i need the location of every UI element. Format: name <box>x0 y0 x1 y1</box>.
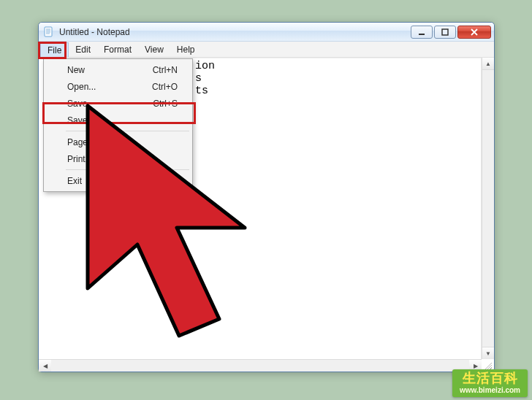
menu-view-label: View <box>145 45 164 55</box>
menu-file-label: File <box>48 45 61 55</box>
menu-item-shortcut: Ctrl+S <box>153 99 178 109</box>
menu-item-label: Exit <box>67 176 82 186</box>
svg-rect-5 <box>419 34 425 35</box>
editor-text-fragment: s <box>195 72 202 85</box>
menu-item-save[interactable]: Save Ctrl+S <box>45 95 191 112</box>
menu-separator <box>66 131 189 131</box>
watermark-badge: 生活百科 www.bimeizi.com <box>452 369 528 397</box>
maximize-button[interactable] <box>434 26 456 39</box>
menu-item-print[interactable]: Print... <box>45 150 191 167</box>
menu-item-label: Save As... <box>67 115 107 126</box>
scroll-left-arrow-icon[interactable]: ◀ <box>39 360 51 372</box>
editor-text-fragment: ion <box>195 60 215 72</box>
vertical-scrollbar[interactable]: ▲ ▼ <box>482 58 494 359</box>
menu-item-label: Open... <box>67 82 96 92</box>
menu-help[interactable]: Help <box>170 42 202 57</box>
menu-item-page-setup[interactable]: Page Setup... <box>45 134 191 150</box>
minimize-button[interactable] <box>411 26 433 39</box>
svg-rect-6 <box>442 29 448 35</box>
menu-item-save-as[interactable]: Save As... <box>45 112 191 128</box>
menu-item-shortcut: Ctrl+O <box>152 82 178 92</box>
menu-edit-label: Edit <box>75 45 91 55</box>
menu-help-label: Help <box>177 45 195 55</box>
titlebar[interactable]: Untitled - Notepad <box>39 23 494 42</box>
menu-item-label: Save <box>67 99 87 109</box>
menu-item-exit[interactable]: Exit <box>45 172 191 189</box>
resize-grip[interactable] <box>483 361 492 369</box>
editor-text-fragment: ts <box>195 85 208 97</box>
menu-item-new[interactable]: New Ctrl+N <box>45 61 191 78</box>
menu-separator <box>66 169 189 170</box>
close-button[interactable] <box>457 26 491 39</box>
scroll-up-arrow-icon[interactable]: ▲ <box>482 58 494 70</box>
menu-item-label: New <box>67 65 85 75</box>
menu-format[interactable]: Format <box>97 42 138 57</box>
scroll-down-arrow-icon[interactable]: ▼ <box>482 347 494 359</box>
watermark-line2: www.bimeizi.com <box>460 386 520 394</box>
menu-item-label: Print... <box>67 154 93 164</box>
menu-format-label: Format <box>104 45 132 55</box>
menu-file[interactable]: File <box>40 42 69 57</box>
window-title: Untitled - Notepad <box>59 27 130 37</box>
menu-item-shortcut: Ctrl+N <box>153 65 178 75</box>
notepad-icon <box>43 26 55 38</box>
menu-item-label: Page Setup... <box>67 137 121 147</box>
scroll-track[interactable] <box>482 70 494 347</box>
menu-edit[interactable]: Edit <box>69 42 97 57</box>
file-dropdown-menu: New Ctrl+N Open... Ctrl+O Save Ctrl+S Sa… <box>43 58 193 192</box>
watermark-line1: 生活百科 <box>460 372 520 386</box>
scroll-track[interactable] <box>51 360 469 372</box>
menu-item-open[interactable]: Open... Ctrl+O <box>45 78 191 95</box>
menubar: File Edit Format View Help <box>39 42 494 58</box>
horizontal-scrollbar[interactable]: ◀ ▶ <box>39 359 482 372</box>
menu-view[interactable]: View <box>138 42 170 57</box>
